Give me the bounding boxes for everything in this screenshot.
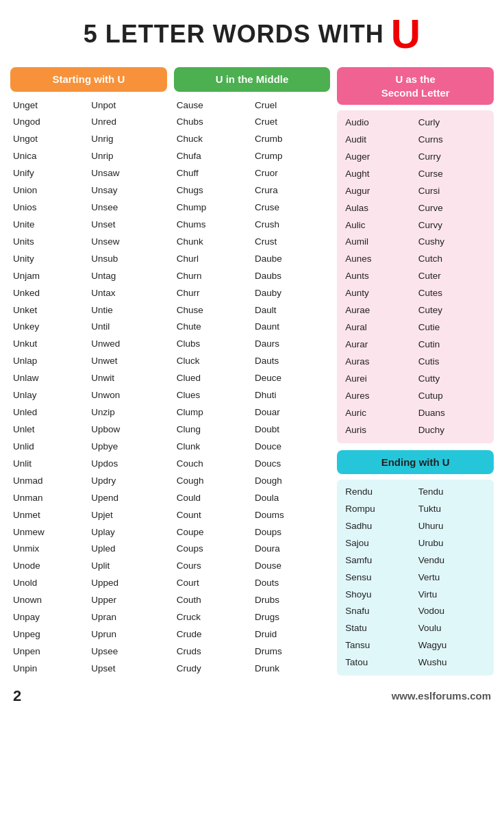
list-item: Unwet bbox=[88, 353, 166, 370]
list-item: Drugs bbox=[252, 609, 330, 626]
list-item: Upjet bbox=[88, 507, 166, 524]
list-item: Crudy bbox=[174, 660, 252, 678]
list-item: Clung bbox=[174, 421, 252, 438]
list-item: Statu bbox=[342, 620, 415, 637]
list-item: Untie bbox=[88, 302, 166, 319]
list-item: Ungot bbox=[10, 131, 88, 148]
list-item: Rompu bbox=[342, 501, 415, 518]
list-item: Audit bbox=[342, 132, 415, 149]
list-item: Unget bbox=[10, 97, 88, 114]
list-item: Dhuti bbox=[252, 387, 330, 404]
list-item: Upset bbox=[88, 660, 166, 678]
list-item: Unket bbox=[10, 302, 88, 319]
list-item: Cause bbox=[174, 97, 252, 114]
list-item: Unity bbox=[10, 251, 88, 268]
list-item: Drums bbox=[252, 643, 330, 660]
words-starting: UngetUnpotUngodUnredUngotUnrigUnicaUnrip… bbox=[10, 97, 167, 678]
list-item: Chuse bbox=[174, 302, 252, 319]
list-item: Churn bbox=[174, 268, 252, 285]
list-item: Unpen bbox=[10, 643, 88, 660]
list-item: Crust bbox=[252, 234, 330, 251]
title-area: 5 LETTER WORDS WITH U bbox=[10, 14, 494, 55]
section-second: U as theSecond Letter AudioCurlyAuditCur… bbox=[337, 67, 494, 443]
list-item: Daunt bbox=[252, 319, 330, 336]
list-item: Upend bbox=[88, 490, 166, 507]
header-starting: Starting with U bbox=[10, 67, 167, 92]
list-item: Crura bbox=[252, 182, 330, 199]
list-item: Cutey bbox=[416, 302, 488, 319]
list-item: Units bbox=[10, 234, 88, 251]
list-item: Daubs bbox=[252, 268, 330, 285]
header-middle: U in the Middle bbox=[174, 67, 331, 92]
list-item: Audio bbox=[342, 114, 415, 132]
list-item: Aunts bbox=[342, 268, 415, 285]
list-item: Cours bbox=[174, 558, 252, 575]
list-item: Unlet bbox=[10, 421, 88, 438]
list-item: Unrip bbox=[88, 148, 166, 165]
list-item: Crump bbox=[252, 148, 330, 165]
list-item: Cutes bbox=[416, 285, 488, 302]
list-item: Unrig bbox=[88, 131, 166, 148]
words-middle: CauseCruelChubsCruetChuckCrumbChufaCrump… bbox=[174, 97, 331, 678]
list-item: Curly bbox=[416, 114, 488, 132]
list-item: Aunes bbox=[342, 251, 415, 268]
list-item: Untax bbox=[88, 285, 166, 302]
list-item: Unset bbox=[88, 217, 166, 234]
main-grid: Starting with U UngetUnpotUngodUnredUngo… bbox=[10, 67, 494, 678]
list-item: Clubs bbox=[174, 336, 252, 353]
list-item: Unite bbox=[10, 217, 88, 234]
list-item: Cutty bbox=[416, 371, 488, 388]
list-item: Upran bbox=[88, 609, 166, 626]
list-item: Tansu bbox=[342, 637, 415, 654]
list-item: Doups bbox=[252, 524, 330, 541]
list-item: Auras bbox=[342, 354, 415, 371]
list-item: Uhuru bbox=[416, 518, 488, 535]
list-item: Updry bbox=[88, 473, 166, 490]
list-item: Curse bbox=[416, 166, 488, 183]
list-item: Cutin bbox=[416, 336, 488, 354]
words-ending: RenduTenduRompuTuktuSadhuUhuruSajouUrubu… bbox=[342, 484, 488, 671]
title-letter: U bbox=[391, 14, 420, 55]
list-item: Aurae bbox=[342, 302, 415, 319]
list-item: Chuff bbox=[174, 165, 252, 182]
list-item: Cutch bbox=[416, 251, 488, 268]
section-middle: U in the Middle CauseCruelChubsCruetChuc… bbox=[174, 67, 331, 678]
list-item: Upped bbox=[88, 575, 166, 592]
list-item: Tendu bbox=[416, 484, 488, 501]
list-item: Tatou bbox=[342, 654, 415, 671]
list-item: Aunty bbox=[342, 285, 415, 302]
list-item: Cushy bbox=[416, 234, 488, 251]
list-item: Tuktu bbox=[416, 501, 488, 518]
list-item: Cutup bbox=[416, 388, 488, 405]
list-item: Cluck bbox=[174, 353, 252, 370]
list-item: Curvy bbox=[416, 217, 488, 234]
list-item: Unown bbox=[10, 592, 88, 609]
list-item: Unman bbox=[10, 490, 88, 507]
section-ending: Ending with U RenduTenduRompuTuktuSadhuU… bbox=[337, 450, 494, 676]
list-item: Chunk bbox=[174, 234, 252, 251]
list-item: Drunk bbox=[252, 660, 330, 678]
list-item: Douce bbox=[252, 438, 330, 456]
list-item: Chump bbox=[174, 199, 252, 217]
right-column: U as theSecond Letter AudioCurlyAuditCur… bbox=[337, 67, 494, 676]
list-item: Unode bbox=[10, 558, 88, 575]
list-item: Unkey bbox=[10, 319, 88, 336]
list-item: Cutie bbox=[416, 319, 488, 336]
list-item: Curry bbox=[416, 149, 488, 166]
list-item: Clued bbox=[174, 370, 252, 387]
list-item: Duans bbox=[416, 405, 488, 422]
list-item: Crush bbox=[252, 217, 330, 234]
list-item: Clump bbox=[174, 404, 252, 421]
list-item: Unsay bbox=[88, 182, 166, 199]
list-item: Upled bbox=[88, 541, 166, 558]
list-item: Douts bbox=[252, 575, 330, 592]
list-item: Uprun bbox=[88, 626, 166, 643]
list-item: Unled bbox=[10, 404, 88, 421]
list-item: Duchy bbox=[416, 422, 488, 439]
list-item: Unmix bbox=[10, 541, 88, 558]
list-item: Dough bbox=[252, 473, 330, 490]
list-item: Dauby bbox=[252, 285, 330, 302]
list-item: Unios bbox=[10, 199, 88, 217]
list-item: Unwon bbox=[88, 387, 166, 404]
list-item: Aurei bbox=[342, 371, 415, 388]
